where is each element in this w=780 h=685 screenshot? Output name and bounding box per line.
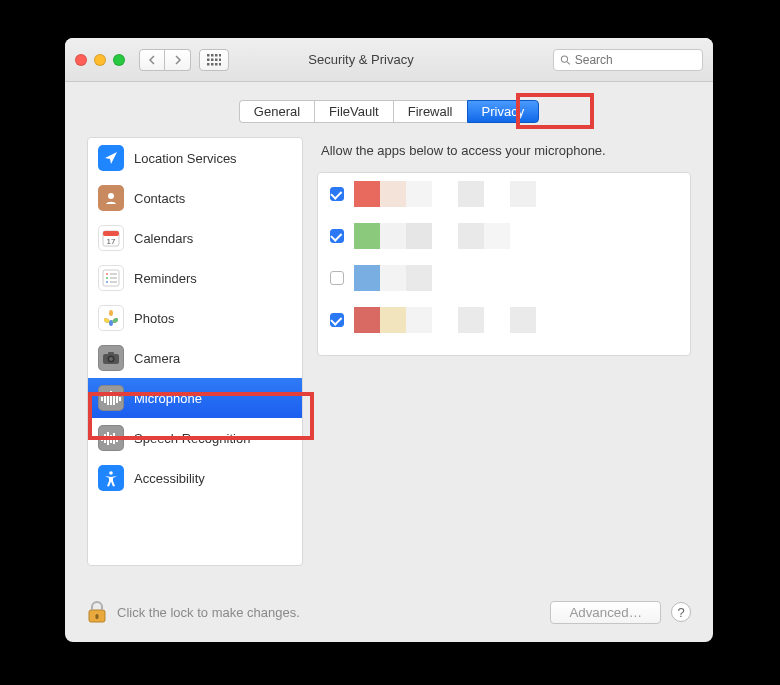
sidebar-item-microphone[interactable]: Microphone: [88, 378, 302, 418]
app-list[interactable]: [317, 172, 691, 356]
sidebar-item-label: Camera: [134, 351, 180, 366]
svg-rect-47: [110, 435, 112, 443]
svg-rect-5: [211, 58, 214, 61]
search-input[interactable]: [575, 53, 696, 67]
sidebar-item-label: Reminders: [134, 271, 197, 286]
svg-rect-16: [103, 231, 119, 236]
advanced-button[interactable]: Advanced…: [550, 601, 661, 624]
svg-rect-4: [207, 58, 210, 61]
svg-rect-2: [215, 54, 218, 57]
svg-rect-9: [211, 63, 214, 66]
window-title: Security & Privacy: [237, 52, 545, 67]
svg-rect-10: [215, 63, 218, 66]
svg-point-36: [109, 357, 113, 361]
sidebar-item-accessibility[interactable]: Accessibility: [88, 458, 302, 498]
chevron-left-icon: [148, 55, 156, 65]
svg-rect-48: [113, 433, 115, 444]
svg-rect-1: [211, 54, 214, 57]
app-row[interactable]: [318, 215, 690, 257]
reminders-icon: [98, 265, 124, 291]
sidebar-item-location[interactable]: Location Services: [88, 138, 302, 178]
svg-rect-8: [207, 63, 210, 66]
camera-icon: [98, 345, 124, 371]
search-field[interactable]: [553, 49, 703, 71]
svg-point-19: [106, 273, 108, 275]
svg-point-14: [108, 193, 114, 199]
svg-rect-46: [107, 432, 109, 445]
contacts-icon: [98, 185, 124, 211]
app-row[interactable]: [318, 173, 690, 215]
sidebar-item-label: Location Services: [134, 151, 237, 166]
svg-point-27: [109, 310, 113, 316]
content-area: Location ServicesContacts17CalendarsRemi…: [65, 137, 713, 586]
app-row[interactable]: [318, 257, 690, 299]
close-button[interactable]: [75, 54, 87, 66]
svg-rect-43: [119, 397, 121, 401]
svg-rect-53: [96, 614, 99, 619]
svg-rect-45: [104, 434, 106, 443]
search-icon: [560, 54, 571, 66]
svg-rect-40: [110, 391, 112, 405]
svg-rect-6: [215, 58, 218, 61]
svg-point-21: [106, 281, 108, 283]
nav-buttons: [139, 49, 191, 71]
svg-line-13: [567, 61, 570, 64]
sidebar-item-photos[interactable]: Photos: [88, 298, 302, 338]
svg-point-12: [561, 55, 567, 61]
app-redacted: [354, 223, 536, 249]
tab-privacy[interactable]: Privacy: [467, 100, 540, 123]
sidebar-item-contacts[interactable]: Contacts: [88, 178, 302, 218]
app-redacted: [354, 265, 536, 291]
calendar-icon: 17: [98, 225, 124, 251]
right-pane: Allow the apps below to access your micr…: [317, 137, 691, 566]
svg-rect-42: [116, 395, 118, 403]
app-checkbox[interactable]: [330, 313, 344, 327]
zoom-button[interactable]: [113, 54, 125, 66]
tab-general[interactable]: General: [239, 100, 314, 123]
sidebar-item-label: Contacts: [134, 191, 185, 206]
speech-icon: [98, 425, 124, 451]
svg-rect-0: [207, 54, 210, 57]
forward-button[interactable]: [165, 49, 191, 71]
app-checkbox[interactable]: [330, 271, 344, 285]
sidebar-item-camera[interactable]: Camera: [88, 338, 302, 378]
show-all-button[interactable]: [199, 49, 229, 71]
svg-rect-39: [107, 393, 109, 405]
app-row[interactable]: [318, 299, 690, 341]
sidebar-item-label: Microphone: [134, 391, 202, 406]
app-redacted: [354, 181, 536, 207]
svg-rect-34: [108, 352, 114, 355]
app-checkbox[interactable]: [330, 229, 344, 243]
tab-filevault[interactable]: FileVault: [314, 100, 393, 123]
help-button[interactable]: ?: [671, 602, 691, 622]
sidebar-item-calendars[interactable]: 17Calendars: [88, 218, 302, 258]
privacy-sidebar: Location ServicesContacts17CalendarsRemi…: [87, 137, 303, 566]
lock-icon[interactable]: [87, 600, 107, 624]
footer: Click the lock to make changes. Advanced…: [65, 586, 713, 642]
traffic-lights: [75, 54, 125, 66]
app-checkbox[interactable]: [330, 187, 344, 201]
sidebar-item-speech[interactable]: Speech Recognition: [88, 418, 302, 458]
microphone-icon: [98, 385, 124, 411]
svg-point-30: [109, 320, 113, 326]
app-redacted: [354, 307, 536, 333]
svg-point-51: [109, 471, 113, 475]
svg-rect-11: [219, 63, 221, 66]
svg-text:17: 17: [107, 237, 116, 246]
svg-point-26: [109, 316, 114, 321]
svg-rect-3: [219, 54, 221, 57]
svg-rect-41: [113, 393, 115, 405]
photos-icon: [98, 305, 124, 331]
back-button[interactable]: [139, 49, 165, 71]
location-icon: [98, 145, 124, 171]
chevron-right-icon: [174, 55, 182, 65]
sidebar-item-reminders[interactable]: Reminders: [88, 258, 302, 298]
svg-rect-44: [101, 436, 103, 441]
accessibility-icon: [98, 465, 124, 491]
tab-bar: GeneralFileVaultFirewallPrivacy: [65, 82, 713, 137]
svg-point-20: [106, 277, 108, 279]
grid-icon: [207, 54, 221, 66]
sidebar-item-label: Calendars: [134, 231, 193, 246]
minimize-button[interactable]: [94, 54, 106, 66]
tab-firewall[interactable]: Firewall: [393, 100, 467, 123]
